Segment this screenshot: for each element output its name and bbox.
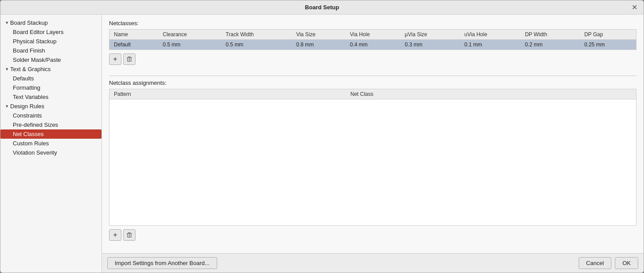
footer-left: Import Settings from Another Board...	[107, 257, 217, 269]
svg-rect-4	[131, 58, 131, 61]
svg-rect-8	[128, 234, 128, 237]
cell-dp-width: 0.2 mm	[520, 40, 580, 50]
sidebar-item-solder-mask-paste[interactable]: Solder Mask/Paste	[0, 55, 102, 64]
sidebar-item-label: Board Finish	[13, 47, 45, 54]
svg-rect-11	[128, 237, 132, 238]
sidebar-item-label: Board Stackup	[10, 19, 48, 26]
sidebar-item-board-finish[interactable]: Board Finish	[0, 46, 102, 55]
svg-rect-1	[128, 57, 131, 57]
panel-inner: Netclasses: Name Clearance Track Width V…	[102, 15, 644, 253]
sidebar-item-board-stackup[interactable]: ▾ Board Stackup	[0, 18, 102, 27]
sidebar-item-label: Solder Mask/Paste	[13, 57, 61, 63]
svg-rect-9	[129, 234, 129, 237]
footer: Import Settings from Another Board... Ca…	[102, 253, 644, 273]
cell-track-width: 0.5 mm	[221, 40, 292, 50]
main-panel: Netclasses: Name Clearance Track Width V…	[102, 15, 644, 273]
window-title: Board Setup	[305, 4, 339, 11]
col-name: Name	[109, 30, 158, 40]
cell-name: Default	[109, 40, 158, 50]
cell-clearance: 0.5 mm	[158, 40, 222, 50]
board-setup-window: Board Setup ✕ ▾ Board Stackup Board Edit…	[0, 0, 644, 273]
assignments-header-row: Pattern Net Class	[109, 89, 636, 99]
sidebar-item-label: Physical Stackup	[13, 38, 56, 45]
import-settings-button[interactable]: Import Settings from Another Board...	[107, 257, 217, 269]
trash-icon	[126, 56, 132, 62]
assignments-label: Netclass assignments:	[109, 80, 636, 86]
netclasses-table-container: Name Clearance Track Width Via Size Via …	[109, 29, 636, 50]
col-clearance: Clearance	[158, 30, 222, 40]
sidebar-item-custom-rules[interactable]: Custom Rules	[0, 139, 102, 148]
col-via-size: Via Size	[292, 30, 346, 40]
sidebar-item-label: Constraints	[13, 112, 42, 119]
sidebar-item-formatting[interactable]: Formatting	[0, 83, 102, 92]
svg-rect-5	[128, 61, 132, 62]
sidebar-item-label: Board Editor Layers	[13, 29, 64, 35]
cell-uvia-hole: 0.1 mm	[460, 40, 520, 50]
section-divider	[109, 76, 636, 76]
sidebar-item-label: Text & Graphics	[10, 66, 51, 72]
sidebar-item-label: Net Classes	[13, 131, 44, 137]
netclasses-toolbar: +	[109, 53, 636, 65]
svg-rect-10	[131, 234, 131, 237]
col-track-width: Track Width	[221, 30, 292, 40]
cell-via-size: 0.8 mm	[292, 40, 346, 50]
netclasses-add-button[interactable]: +	[109, 53, 121, 65]
table-row[interactable]: Default 0.5 mm 0.5 mm 0.8 mm 0.4 mm 0.3 …	[109, 40, 636, 50]
assignments-table-container: Pattern Net Class	[109, 89, 636, 226]
close-button[interactable]: ✕	[630, 3, 639, 12]
ok-button[interactable]: OK	[615, 257, 638, 269]
col-pattern: Pattern	[109, 89, 346, 99]
assignments-section: Netclass assignments: Pattern Net Class	[109, 80, 636, 248]
sidebar-item-label: Custom Rules	[13, 140, 49, 147]
sidebar-item-constraints[interactable]: Constraints	[0, 111, 102, 120]
cell-uvia-size: 0.3 mm	[400, 40, 460, 50]
sidebar-item-pre-defined-sizes[interactable]: Pre-defined Sizes	[0, 120, 102, 129]
col-net-class: Net Class	[346, 89, 636, 99]
svg-rect-2	[128, 58, 128, 61]
assignments-delete-button[interactable]	[123, 229, 136, 241]
cell-via-hole: 0.4 mm	[346, 40, 400, 50]
sidebar-item-violation-severity[interactable]: Violation Severity	[0, 148, 102, 157]
sidebar-item-physical-stackup[interactable]: Physical Stackup	[0, 37, 102, 46]
netclasses-header-row: Name Clearance Track Width Via Size Via …	[109, 30, 636, 40]
netclasses-label: Netclasses:	[109, 20, 636, 27]
sidebar-item-label: Defaults	[13, 75, 34, 82]
cancel-button[interactable]: Cancel	[579, 257, 611, 269]
sidebar-item-label: Text Variables	[13, 94, 49, 100]
chevron-down-icon: ▾	[6, 66, 8, 72]
cell-dp-gap: 0.25 mm	[580, 40, 636, 50]
sidebar-item-design-rules[interactable]: ▾ Design Rules	[0, 102, 102, 111]
sidebar-item-defaults[interactable]: Defaults	[0, 74, 102, 83]
col-via-hole: Via Hole	[346, 30, 400, 40]
sidebar-item-label: Design Rules	[10, 103, 44, 110]
chevron-down-icon: ▾	[6, 103, 8, 109]
main-content: ▾ Board Stackup Board Editor Layers Phys…	[0, 15, 644, 273]
trash-icon	[126, 232, 132, 238]
sidebar-item-label: Violation Severity	[13, 149, 57, 156]
sidebar-item-text-graphics[interactable]: ▾ Text & Graphics	[0, 64, 102, 74]
assignments-table: Pattern Net Class	[109, 89, 636, 99]
netclasses-table: Name Clearance Track Width Via Size Via …	[109, 30, 636, 49]
svg-rect-7	[128, 232, 131, 233]
assignments-toolbar: +	[109, 229, 636, 241]
titlebar: Board Setup ✕	[0, 0, 644, 15]
col-uvia-size: µVia Size	[400, 30, 460, 40]
sidebar-item-board-editor-layers[interactable]: Board Editor Layers	[0, 27, 102, 37]
col-dp-width: DP Width	[520, 30, 580, 40]
sidebar-item-label: Pre-defined Sizes	[13, 121, 58, 128]
sidebar: ▾ Board Stackup Board Editor Layers Phys…	[0, 15, 102, 273]
assignments-add-button[interactable]: +	[109, 229, 121, 241]
sidebar-item-net-classes[interactable]: Net Classes	[0, 129, 102, 139]
sidebar-item-text-variables[interactable]: Text Variables	[0, 92, 102, 102]
netclasses-delete-button[interactable]	[123, 53, 136, 65]
chevron-down-icon: ▾	[6, 20, 8, 26]
svg-rect-6	[127, 233, 132, 234]
col-dp-gap: DP Gap	[580, 30, 636, 40]
col-uvia-hole: uVia Hole	[460, 30, 520, 40]
footer-right: Cancel OK	[579, 257, 638, 269]
svg-rect-3	[129, 58, 129, 61]
svg-rect-0	[127, 57, 132, 58]
sidebar-item-label: Formatting	[13, 84, 40, 91]
